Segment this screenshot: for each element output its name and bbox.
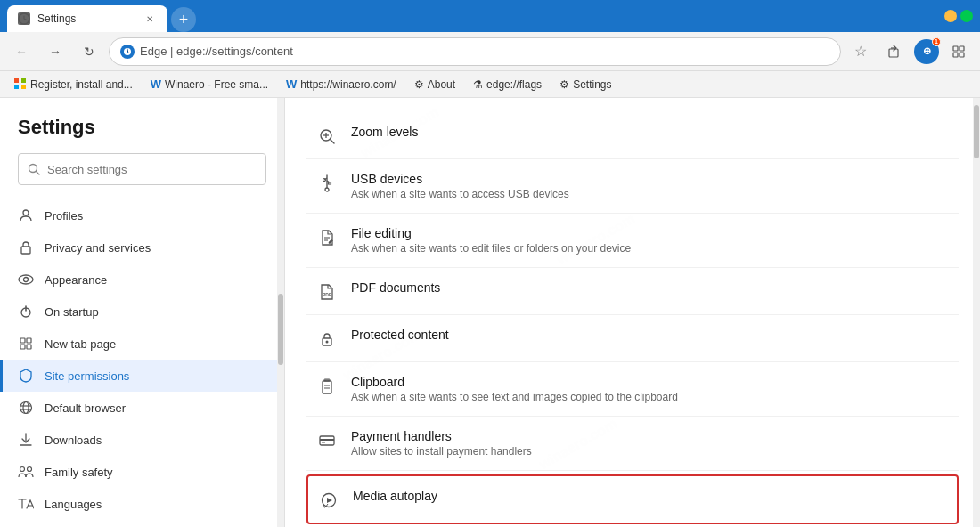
settings-tab[interactable]: Settings ✕ [7,5,167,32]
permission-usb[interactable]: USB devices Ask when a site wants to acc… [306,159,959,214]
search-box[interactable] [18,153,266,185]
profile-button[interactable]: ⊕ 1 [914,39,939,64]
svg-line-9 [37,172,40,175]
sidebar-item-startup[interactable]: On startup [0,296,284,328]
bookmark-flags[interactable]: ⚗ edge://flags [466,77,549,93]
search-input[interactable] [47,163,257,176]
newtab-label: New tab page [45,337,116,351]
bookmark-winaero2[interactable]: W https://winaero.com/ [279,76,404,93]
profiles-label: Profiles [45,209,83,223]
payment-title: Payment handlers [351,429,948,443]
sidebar-scroll-thumb[interactable] [278,294,283,365]
sidebar-item-site-permissions[interactable]: Site permissions [0,360,284,392]
default-browser-label: Default browser [45,401,126,415]
tab-close-button[interactable]: ✕ [143,12,157,26]
content-scroll-thumb[interactable] [974,105,979,158]
svg-rect-39 [329,182,331,184]
winaero-favicon2: W [286,77,297,91]
svg-point-12 [19,275,33,284]
permission-protected-text: Protected content [351,328,948,344]
eye-icon [18,272,34,288]
sidebar-item-newtab[interactable]: New tab page [0,328,284,360]
bookmark-settings[interactable]: ⚙ Settings [552,77,618,93]
edge-browser-name: Edge | edge://settings/content [140,45,293,58]
privacy-label: Privacy and services [45,241,151,255]
content-area: winaero.com winaero.com winaero.com wina… [285,98,980,527]
bookmark-winaero1[interactable]: W Winaero - Free sma... [143,76,275,93]
forward-button[interactable]: → [41,37,69,66]
sidebar-item-family[interactable]: Family safety [0,456,284,488]
languages-label: Languages [45,498,102,511]
startup-label: On startup [45,305,99,319]
svg-rect-18 [20,345,25,349]
permission-file-editing[interactable]: File editing Ask when a site wants to ed… [306,214,959,268]
sidebar-item-privacy[interactable]: Privacy and services [0,231,284,264]
svg-point-26 [20,467,25,472]
bookmark-label: edge://flags [486,78,542,91]
clipboard-icon [317,377,337,396]
tab-favicon [18,12,30,25]
new-tab-button[interactable]: + [171,7,196,32]
file-editing-title: File editing [351,226,948,240]
sidebar-item-appearance[interactable]: Appearance [0,264,284,296]
back-button[interactable]: ← [7,37,36,66]
sidebar-item-printers[interactable]: Printers [0,520,284,527]
payment-desc: Allow sites to install payment handlers [351,445,948,458]
sidebar: Settings Profiles [0,98,285,527]
svg-rect-7 [960,53,964,57]
minimize-button[interactable] [944,10,957,22]
search-icon [28,163,40,175]
content-scroll-track[interactable] [973,98,980,527]
svg-point-13 [24,278,29,282]
svg-rect-52 [322,442,325,443]
main-area: Settings Profiles [0,98,980,527]
maximize-button[interactable] [960,10,973,22]
address-bar[interactable]: Edge | edge://settings/content [109,37,841,66]
sidebar-item-downloads[interactable]: Downloads [0,424,284,456]
svg-rect-11 [21,247,30,254]
browser-window: Settings ✕ + ← → ↻ Edge | edge://setting… [0,0,980,527]
ms-favicon [14,78,27,91]
power-icon [18,304,34,320]
extensions-button[interactable] [944,37,973,66]
svg-point-45 [326,341,329,344]
grid-icon [18,336,34,352]
navigation-bar: ← → ↻ Edge | edge://settings/content ☆ ⊕… [0,32,980,71]
media-icon [319,491,339,510]
sidebar-scroll-track[interactable] [277,98,284,527]
sidebar-item-profiles[interactable]: Profiles [0,199,284,231]
appearance-label: Appearance [45,273,107,287]
bookmark-about[interactable]: ⚙ About [407,77,462,93]
permission-zoom[interactable]: Zoom levels [306,112,959,159]
svg-text:PDF: PDF [323,292,331,297]
permission-pdf[interactable]: PDF PDF documents [306,268,959,315]
sidebar-item-default-browser[interactable]: Default browser [0,392,284,424]
permission-zoom-text: Zoom levels [351,125,948,141]
shield-icon [18,368,34,384]
profile-icon: ⊕ [923,45,931,57]
permission-usb-text: USB devices Ask when a site wants to acc… [351,172,948,200]
bookmark-ms[interactable]: Register, install and... [7,77,140,93]
svg-point-10 [23,210,29,215]
favorites-button[interactable]: ☆ [846,37,875,66]
media-title: Media autoplay [353,489,946,503]
family-icon [18,464,34,480]
permission-protected[interactable]: Protected content [306,315,959,362]
permission-media-autoplay[interactable]: Media autoplay [306,474,959,524]
pdf-icon: PDF [317,282,337,302]
file-edit-icon [317,228,337,247]
svg-point-20 [20,402,32,414]
share-button[interactable] [880,37,909,66]
permission-clipboard[interactable]: Clipboard Ask when a site wants to see t… [306,362,959,417]
downloads-label: Downloads [45,434,102,447]
bookmark-label: https://winaero.com/ [300,78,396,91]
sidebar-item-languages[interactable]: Languages [0,488,284,520]
svg-point-21 [23,402,29,414]
svg-point-27 [28,467,32,472]
permission-payment[interactable]: Payment handlers Allow sites to install … [306,417,959,471]
file-editing-desc: Ask when a site wants to edit files or f… [351,242,948,255]
refresh-button[interactable]: ↻ [75,37,103,66]
svg-rect-19 [27,345,31,349]
svg-rect-6 [953,53,958,57]
gear-favicon-about: ⚙ [414,78,424,91]
